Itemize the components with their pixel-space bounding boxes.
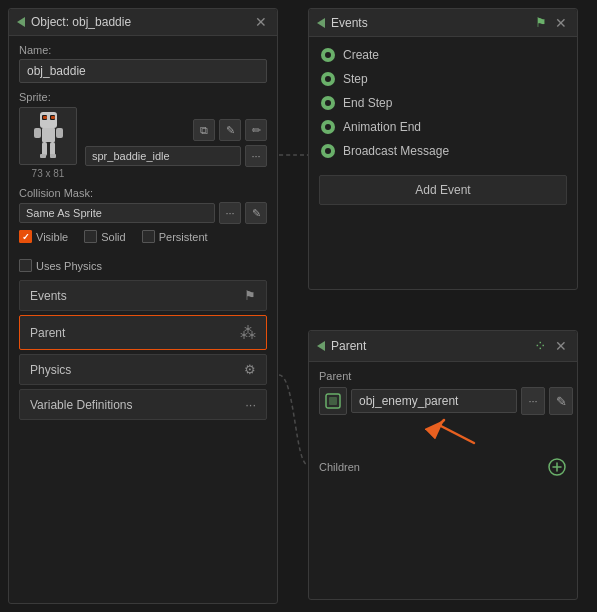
sprite-edit-btn[interactable]: ✎ xyxy=(219,119,241,141)
parent-name-input[interactable] xyxy=(351,389,517,413)
parent-collapse-icon[interactable] xyxy=(317,341,325,351)
section-buttons: Events ⚑ Parent ⁂ Physics ⚙ Variable Def… xyxy=(19,280,267,420)
svg-rect-7 xyxy=(42,142,47,156)
arrow-svg xyxy=(419,415,479,445)
parent-btn-label: Parent xyxy=(30,326,65,340)
sprite-icon-row: ⧉ ✎ ✏ xyxy=(85,119,267,141)
events-button[interactable]: Events ⚑ xyxy=(19,280,267,311)
sprite-copy-btn[interactable]: ⧉ xyxy=(193,119,215,141)
add-event-button[interactable]: Add Event xyxy=(319,175,567,205)
svg-rect-12 xyxy=(51,116,55,119)
add-child-icon xyxy=(548,458,566,476)
gear-icon: ⚙ xyxy=(244,362,256,377)
solid-label: Solid xyxy=(101,231,125,243)
event-item-anim-end[interactable]: Animation End xyxy=(309,115,577,139)
flag-icon: ⚑ xyxy=(244,288,256,303)
sprite-image xyxy=(26,110,71,162)
parent-panel-header: Parent ⁘ ✕ xyxy=(309,331,577,362)
sprite-size: 73 x 81 xyxy=(32,168,65,179)
parent-panel-close[interactable]: ✕ xyxy=(553,339,569,353)
parent-obj-icon xyxy=(319,387,347,415)
collision-edit-btn[interactable]: ✎ xyxy=(245,202,267,224)
parent-header-left: Parent xyxy=(317,339,366,353)
object-panel-header: Object: obj_baddie ✕ xyxy=(9,9,277,36)
svg-rect-5 xyxy=(34,128,41,138)
visible-label: Visible xyxy=(36,231,68,243)
event-item-create[interactable]: Create xyxy=(309,43,577,67)
uses-physics-checkbox[interactable] xyxy=(19,259,32,272)
physics-button[interactable]: Physics ⚙ xyxy=(19,354,267,385)
parent-panel-title: Parent xyxy=(331,339,366,353)
svg-rect-0 xyxy=(40,112,57,128)
checkboxes-row: ✓ Visible Solid Persistent Uses Physics xyxy=(19,230,267,272)
events-header-left: Events xyxy=(317,16,368,30)
sprite-name-input[interactable] xyxy=(85,146,241,166)
collapse-icon[interactable] xyxy=(17,17,25,27)
dots-icon: ··· xyxy=(245,397,256,412)
parent-edit-btn[interactable]: ✎ xyxy=(549,387,573,415)
sprite-label: Sprite: xyxy=(19,91,267,103)
parent-obj-svg xyxy=(324,392,342,410)
events-panel: Events ⚑ ✕ Create Step End Step xyxy=(308,8,578,290)
svg-rect-8 xyxy=(50,142,55,156)
variable-defs-button[interactable]: Variable Definitions ··· xyxy=(19,389,267,420)
event-dot-step xyxy=(321,72,335,86)
sprite-controls: ⧉ ✎ ✏ ··· xyxy=(85,119,267,167)
events-flag-icon: ⚑ xyxy=(535,15,547,30)
svg-rect-6 xyxy=(56,128,63,138)
uses-physics-checkbox-item: Uses Physics xyxy=(19,259,102,272)
svg-rect-11 xyxy=(43,116,47,119)
object-panel-close[interactable]: ✕ xyxy=(253,15,269,29)
parent-input-row: ··· ✎ xyxy=(319,387,567,415)
svg-rect-9 xyxy=(40,154,46,158)
event-label-end-step: End Step xyxy=(343,96,392,110)
uses-physics-label: Uses Physics xyxy=(36,260,102,272)
collision-input[interactable] xyxy=(19,203,215,223)
event-dot-anim-end xyxy=(321,120,335,134)
header-left: Object: obj_baddie xyxy=(17,15,131,29)
parent-dots-btn[interactable]: ··· xyxy=(521,387,545,415)
event-label-step: Step xyxy=(343,72,368,86)
events-btn-label: Events xyxy=(30,289,67,303)
visible-checkbox-item: ✓ Visible xyxy=(19,230,68,243)
sprite-name-row: ··· xyxy=(85,145,267,167)
event-item-step[interactable]: Step xyxy=(309,67,577,91)
object-content: Name: Sprite: xyxy=(9,36,277,428)
persistent-checkbox-item: Persistent xyxy=(142,230,208,243)
parent-button[interactable]: Parent ⁂ xyxy=(19,315,267,350)
events-header-right: ⚑ ✕ xyxy=(535,15,569,30)
object-panel: Object: obj_baddie ✕ Name: Sprite: xyxy=(8,8,278,604)
events-list: Create Step End Step Animation End Broad… xyxy=(309,37,577,169)
visible-checkbox[interactable]: ✓ xyxy=(19,230,32,243)
events-panel-header: Events ⚑ ✕ xyxy=(309,9,577,37)
arrow-area xyxy=(319,415,567,445)
sprite-dots-btn[interactable]: ··· xyxy=(245,145,267,167)
persistent-label: Persistent xyxy=(159,231,208,243)
svg-rect-3 xyxy=(45,122,52,125)
event-label-create: Create xyxy=(343,48,379,62)
object-panel-title: Object: obj_baddie xyxy=(31,15,131,29)
events-panel-close[interactable]: ✕ xyxy=(553,16,569,30)
event-label-broadcast: Broadcast Message xyxy=(343,144,449,158)
sprite-section: Sprite: xyxy=(19,91,267,179)
svg-rect-10 xyxy=(50,154,56,158)
persistent-checkbox[interactable] xyxy=(142,230,155,243)
collision-label: Collision Mask: xyxy=(19,187,267,199)
event-label-anim-end: Animation End xyxy=(343,120,421,134)
parent-field-label: Parent xyxy=(319,370,567,382)
sprite-pencil-btn[interactable]: ✏ xyxy=(245,119,267,141)
event-item-end-step[interactable]: End Step xyxy=(309,91,577,115)
event-dot-end-step xyxy=(321,96,335,110)
events-collapse-icon[interactable] xyxy=(317,18,325,28)
collision-row: ··· ✎ xyxy=(19,202,267,224)
name-input[interactable] xyxy=(19,59,267,83)
name-label: Name: xyxy=(19,44,267,56)
event-dot-create xyxy=(321,48,335,62)
children-section: Children xyxy=(319,457,567,477)
event-item-broadcast[interactable]: Broadcast Message xyxy=(309,139,577,163)
add-child-button[interactable] xyxy=(547,457,567,477)
collision-dots-btn[interactable]: ··· xyxy=(219,202,241,224)
solid-checkbox[interactable] xyxy=(84,230,97,243)
solid-checkbox-item: Solid xyxy=(84,230,125,243)
sprite-thumbnail[interactable] xyxy=(19,107,77,165)
